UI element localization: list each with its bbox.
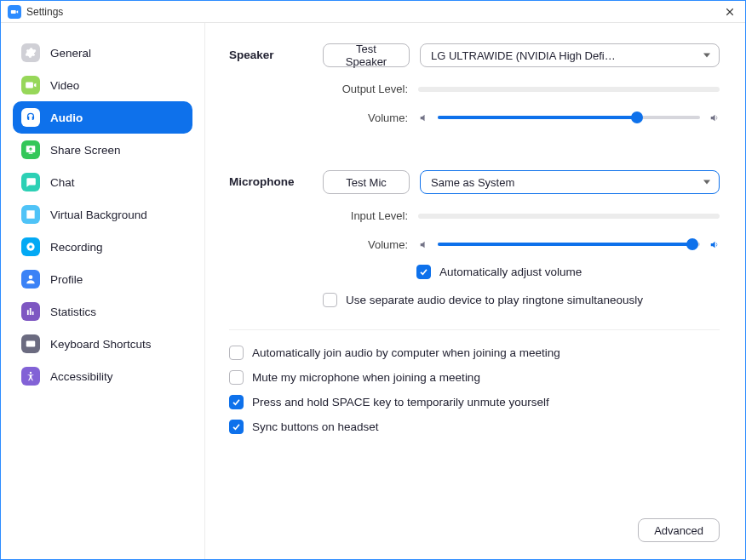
svg-point-8 <box>30 372 32 374</box>
volume-high-icon <box>709 112 720 123</box>
mic-volume-label: Volume: <box>323 238 408 251</box>
svg-point-2 <box>29 275 33 279</box>
close-button[interactable] <box>721 3 738 20</box>
separate-ringtone-label: Use separate audio device to play ringto… <box>346 294 643 306</box>
sidebar-item-accessibility[interactable]: Accessibility <box>13 360 192 392</box>
mic-volume-slider[interactable] <box>438 237 700 251</box>
volume-high-icon <box>709 239 720 250</box>
sidebar-item-statistics[interactable]: Statistics <box>13 295 192 328</box>
option-2[interactable]: Press and hold SPACE key to temporarily … <box>229 395 720 409</box>
option-3-label: Sync buttons on headset <box>252 420 379 433</box>
speaker-device-value: LG ULTRAWIDE (NVIDIA High Defi… <box>431 49 616 62</box>
sidebar-item-label: General <box>50 47 91 60</box>
titlebar: Settings <box>1 1 745 23</box>
audio-options: Automatically join audio by computer whe… <box>229 346 720 434</box>
option-0-checkbox[interactable] <box>229 346 244 360</box>
sidebar-item-label: Chat <box>50 176 75 189</box>
advanced-button[interactable]: Advanced <box>638 518 720 542</box>
svg-rect-7 <box>28 345 33 346</box>
option-1-label: Mute my microphone when joining a meetin… <box>252 371 480 384</box>
virtual-background-icon <box>21 205 40 224</box>
svg-rect-5 <box>30 342 31 343</box>
sidebar-item-virtual-background[interactable]: Virtual Background <box>13 198 192 231</box>
sidebar-item-label: Keyboard Shortcuts <box>50 338 152 351</box>
sidebar-item-label: Recording <box>50 241 103 254</box>
option-3-checkbox[interactable] <box>229 420 244 434</box>
option-2-checkbox[interactable] <box>229 395 244 409</box>
option-2-label: Press and hold SPACE key to temporarily … <box>252 396 549 409</box>
sidebar-item-label: Virtual Background <box>50 209 147 221</box>
statistics-icon <box>21 302 40 321</box>
output-level-label: Output Level: <box>323 83 408 95</box>
sidebar-item-share-screen[interactable]: Share Screen <box>13 134 192 166</box>
svg-rect-6 <box>32 342 32 343</box>
video-icon <box>21 76 40 94</box>
option-1[interactable]: Mute my microphone when joining a meetin… <box>229 370 720 385</box>
sidebar-item-label: Statistics <box>50 306 96 318</box>
window-title: Settings <box>26 6 63 18</box>
option-1-checkbox[interactable] <box>229 370 244 385</box>
separate-ringtone-option[interactable]: Use separate audio device to play ringto… <box>323 293 720 307</box>
content-area: Speaker Test Speaker LG ULTRAWIDE (NVIDI… <box>205 23 745 559</box>
sidebar-item-keyboard-shortcuts[interactable]: Keyboard Shortcuts <box>13 328 192 360</box>
chat-icon <box>21 173 40 191</box>
share-screen-icon <box>21 140 40 159</box>
speaker-device-select[interactable]: LG ULTRAWIDE (NVIDIA High Defi… <box>420 43 720 67</box>
svg-rect-4 <box>28 342 29 343</box>
sidebar-item-audio[interactable]: Audio <box>13 101 192 134</box>
sidebar-item-general[interactable]: General <box>13 37 192 69</box>
sidebar-item-label: Share Screen <box>50 144 121 157</box>
option-0[interactable]: Automatically join audio by computer whe… <box>229 346 720 360</box>
svg-point-1 <box>29 245 32 249</box>
mic-device-select[interactable]: Same as System <box>420 170 720 194</box>
auto-adjust-volume-option[interactable]: Automatically adjust volume <box>416 265 720 279</box>
input-level-label: Input Level: <box>323 209 408 222</box>
speaker-volume-label: Volume: <box>323 111 408 124</box>
speaker-heading: Speaker <box>229 43 323 140</box>
auto-adjust-checkbox[interactable] <box>416 265 431 279</box>
mic-device-value: Same as System <box>431 176 514 189</box>
speaker-volume-slider[interactable] <box>438 111 700 124</box>
sidebar-item-chat[interactable]: Chat <box>13 166 192 198</box>
option-3[interactable]: Sync buttons on headset <box>229 420 720 434</box>
auto-adjust-label: Automatically adjust volume <box>439 266 582 278</box>
accessibility-icon <box>21 367 40 386</box>
sidebar: GeneralVideoAudioShare ScreenChatVirtual… <box>1 23 205 559</box>
sidebar-item-label: Audio <box>50 111 83 124</box>
test-speaker-button[interactable]: Test Speaker <box>323 43 410 67</box>
option-0-label: Automatically join audio by computer whe… <box>252 346 560 359</box>
separate-ringtone-checkbox[interactable] <box>323 293 337 307</box>
general-icon <box>21 43 40 62</box>
app-logo <box>8 5 21 19</box>
sidebar-item-label: Video <box>50 79 79 92</box>
sidebar-item-recording[interactable]: Recording <box>13 231 192 263</box>
microphone-heading: Microphone <box>229 170 323 317</box>
volume-low-icon <box>418 239 429 250</box>
mic-input-level <box>418 214 720 219</box>
divider <box>229 329 720 330</box>
sidebar-item-profile[interactable]: Profile <box>13 263 192 295</box>
sidebar-item-label: Profile <box>50 273 83 286</box>
test-mic-button[interactable]: Test Mic <box>323 170 410 194</box>
speaker-output-level <box>418 87 720 92</box>
sidebar-item-video[interactable]: Video <box>13 69 192 101</box>
keyboard-shortcuts-icon <box>21 334 40 353</box>
speaker-section: Speaker Test Speaker LG ULTRAWIDE (NVIDI… <box>229 43 720 140</box>
sidebar-item-label: Accessibility <box>50 370 113 383</box>
volume-low-icon <box>418 112 429 123</box>
recording-icon <box>21 237 40 256</box>
microphone-section: Microphone Test Mic Same as System Input… <box>229 170 720 317</box>
profile-icon <box>21 270 40 289</box>
svg-rect-3 <box>26 341 36 347</box>
audio-icon <box>21 108 40 127</box>
